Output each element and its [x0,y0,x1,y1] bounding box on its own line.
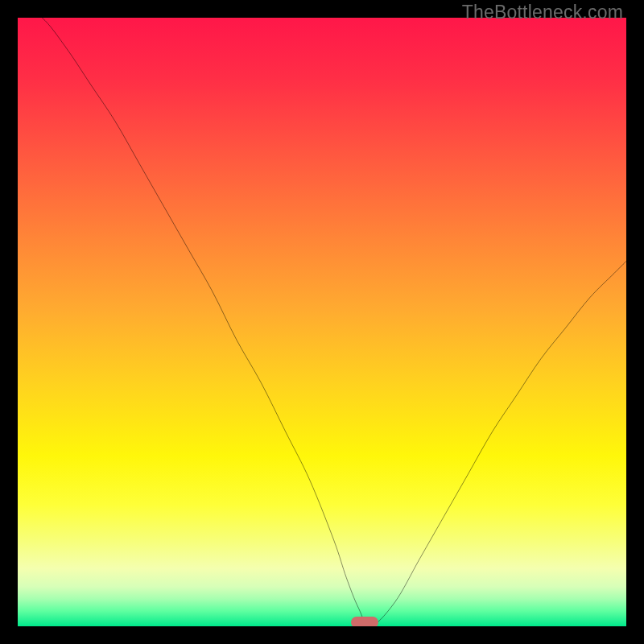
bottleneck-curve [18,18,626,626]
chart-frame: TheBottleneck.com [0,0,644,644]
optimal-marker [351,617,378,626]
plot-area [18,18,626,626]
watermark-text: TheBottleneck.com [462,2,623,23]
